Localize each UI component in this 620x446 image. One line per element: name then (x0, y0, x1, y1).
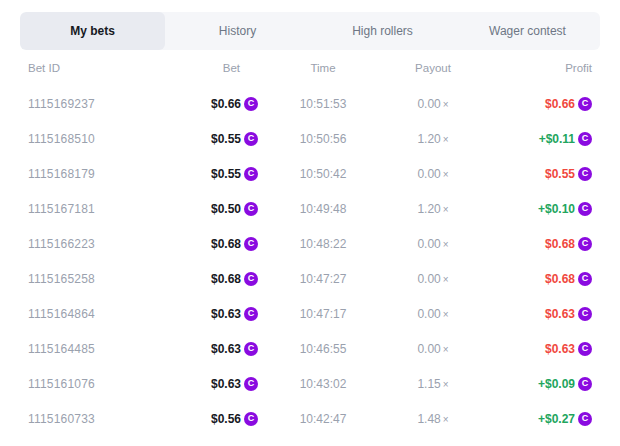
table-row[interactable]: 1115168179 $0.55 C 10:50:42 0.00× $0.55 … (20, 156, 600, 191)
coin-icon: C (578, 377, 592, 391)
coin-icon: C (244, 377, 258, 391)
bet-amount: $0.68 (211, 237, 241, 251)
profit-cell: $0.63 C (478, 342, 592, 356)
payout-cell: 1.15× (388, 377, 478, 391)
profit-cell: $0.68 C (478, 272, 592, 286)
bet-cell: $0.68 C (178, 272, 258, 286)
payout-cell: 0.00× (388, 97, 478, 111)
bet-time: 10:47:27 (258, 272, 388, 286)
payout-cell: 0.00× (388, 307, 478, 321)
profit-amount: $0.63 (545, 307, 575, 321)
payout-mult-sign: × (443, 169, 449, 180)
bet-amount: $0.63 (211, 342, 241, 356)
profit-cell: +$0.27 C (478, 412, 592, 426)
payout-mult-sign: × (443, 99, 449, 110)
payout-mult-sign: × (443, 204, 449, 215)
bet-amount: $0.63 (211, 377, 241, 391)
profit-cell: $0.66 C (478, 97, 592, 111)
table-row[interactable]: 1115168510 $0.55 C 10:50:56 1.20× +$0.11… (20, 121, 600, 156)
coin-icon: C (578, 412, 592, 426)
payout-value: 1.20 (417, 202, 440, 216)
bet-cell: $0.66 C (178, 97, 258, 111)
profit-amount: +$0.11 (539, 132, 575, 146)
tab-my-bets[interactable]: My bets (20, 12, 165, 50)
bet-id: 1115161076 (28, 377, 178, 391)
payout-value: 0.00 (417, 237, 440, 251)
bet-id: 1115168179 (28, 167, 178, 181)
column-header-profit: Profit (478, 62, 592, 74)
bet-amount: $0.55 (211, 167, 241, 181)
coin-icon: C (244, 97, 258, 111)
table-row[interactable]: 1115161076 $0.63 C 10:43:02 1.15× +$0.09… (20, 366, 600, 401)
bet-id: 1115160733 (28, 412, 178, 426)
column-header-time: Time (258, 62, 388, 74)
coin-icon: C (244, 202, 258, 216)
coin-icon: C (578, 237, 592, 251)
bet-cell: $0.63 C (178, 342, 258, 356)
payout-mult-sign: × (443, 309, 449, 320)
bet-amount: $0.50 (211, 202, 241, 216)
profit-amount: +$0.10 (538, 202, 575, 216)
coin-icon: C (578, 97, 592, 111)
payout-mult-sign: × (443, 379, 449, 390)
bet-id: 1115164864 (28, 307, 178, 321)
table-row[interactable]: 1115169237 $0.66 C 10:51:53 0.00× $0.66 … (20, 86, 600, 121)
payout-cell: 0.00× (388, 237, 478, 251)
table-row[interactable]: 1115160733 $0.56 C 10:42:47 1.48× +$0.27… (20, 401, 600, 436)
payout-cell: 0.00× (388, 167, 478, 181)
payout-value: 1.15 (417, 377, 440, 391)
table-row[interactable]: 1115165258 $0.68 C 10:47:27 0.00× $0.68 … (20, 261, 600, 296)
tab-wager-contest[interactable]: Wager contest (455, 12, 600, 50)
bet-time: 10:46:55 (258, 342, 388, 356)
table-row[interactable]: 1115167181 $0.50 C 10:49:48 1.20× +$0.10… (20, 191, 600, 226)
table-row[interactable]: 1115164864 $0.63 C 10:47:17 0.00× $0.63 … (20, 296, 600, 331)
payout-value: 0.00 (417, 167, 440, 181)
payout-cell: 0.00× (388, 342, 478, 356)
coin-icon: C (578, 167, 592, 181)
bet-id: 1115165258 (28, 272, 178, 286)
coin-icon: C (244, 342, 258, 356)
bet-id: 1115169237 (28, 97, 178, 111)
profit-amount: +$0.09 (538, 377, 575, 391)
coin-icon: C (578, 202, 592, 216)
profit-amount: $0.68 (545, 237, 575, 251)
payout-mult-sign: × (443, 134, 449, 145)
profit-amount: $0.63 (545, 342, 575, 356)
profit-cell: +$0.11 C (478, 132, 592, 146)
column-header-bet-id: Bet ID (28, 62, 178, 74)
coin-icon: C (244, 237, 258, 251)
payout-value: 0.00 (417, 307, 440, 321)
bet-amount: $0.55 (211, 132, 241, 146)
bet-amount: $0.66 (211, 97, 241, 111)
bet-cell: $0.68 C (178, 237, 258, 251)
payout-mult-sign: × (443, 414, 449, 425)
table-header-row: Bet ID Bet Time Payout Profit (20, 50, 600, 86)
table-row[interactable]: 1115166223 $0.68 C 10:48:22 0.00× $0.68 … (20, 226, 600, 261)
coin-icon: C (578, 272, 592, 286)
bet-id: 1115166223 (28, 237, 178, 251)
bets-panel: My bets History High rollers Wager conte… (20, 12, 600, 436)
payout-mult-sign: × (443, 274, 449, 285)
profit-cell: +$0.09 C (478, 377, 592, 391)
profit-cell: $0.68 C (478, 237, 592, 251)
tab-history[interactable]: History (165, 12, 310, 50)
coin-icon: C (578, 307, 592, 321)
profit-amount: $0.55 (545, 167, 575, 181)
coin-icon: C (244, 167, 258, 181)
bet-amount: $0.63 (211, 307, 241, 321)
bet-time: 10:48:22 (258, 237, 388, 251)
tab-high-rollers[interactable]: High rollers (310, 12, 455, 50)
profit-cell: $0.55 C (478, 167, 592, 181)
bet-time: 10:50:56 (258, 132, 388, 146)
bet-time: 10:43:02 (258, 377, 388, 391)
column-header-payout: Payout (388, 62, 478, 74)
payout-mult-sign: × (443, 239, 449, 250)
table-row[interactable]: 1115164485 $0.63 C 10:46:55 0.00× $0.63 … (20, 331, 600, 366)
bet-time: 10:50:42 (258, 167, 388, 181)
bet-cell: $0.55 C (178, 132, 258, 146)
bets-tab-bar: My bets History High rollers Wager conte… (20, 12, 600, 50)
bet-time: 10:51:53 (258, 97, 388, 111)
bet-cell: $0.50 C (178, 202, 258, 216)
column-header-bet: Bet (178, 62, 258, 74)
payout-value: 0.00 (417, 272, 440, 286)
